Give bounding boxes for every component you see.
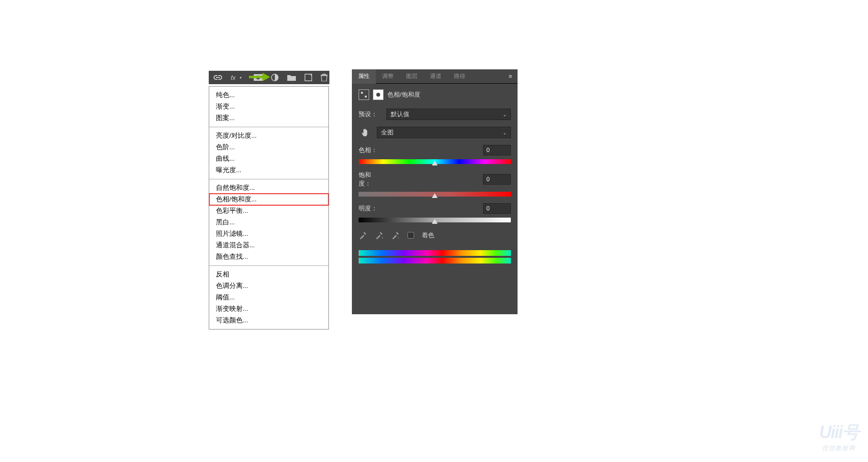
svg-rect-3 [305,74,312,81]
svg-text:−: − [397,236,400,240]
preset-label: 预设： [359,110,382,119]
panel-tabs: 属性调整图层通道路径≡ [352,69,518,84]
menu-item[interactable]: 图案... [209,112,328,124]
input-spectrum [359,250,511,256]
preset-select[interactable]: 默认值 ⌄ [386,109,511,120]
trash-icon[interactable] [321,73,327,82]
menu-item[interactable]: 通道混合器... [209,240,328,251]
svg-point-1 [256,76,260,79]
slider-label: 明度： [359,204,382,213]
slider-track[interactable] [359,159,511,164]
svg-rect-8 [365,96,367,98]
eyedropper-plus-icon[interactable]: + [375,231,383,240]
menu-item[interactable]: 渐变... [209,101,328,112]
menu-item[interactable]: 黑白... [209,217,328,228]
tab[interactable]: 通道 [424,69,448,84]
menu-item[interactable]: 反相 [209,269,328,280]
slider-thumb[interactable] [432,219,438,224]
adjustment-layer-icon[interactable] [271,73,279,82]
eyedropper-minus-icon[interactable]: − [391,231,400,240]
menu-item[interactable]: 颜色查找... [209,251,328,263]
eyedropper-icon[interactable] [359,231,367,240]
slider-label: 饱和度： [359,171,382,188]
color-range-select[interactable]: 全图 ⌄ [377,127,511,138]
output-spectrum [359,258,511,264]
menu-item[interactable]: 色调分离... [209,280,328,292]
colorize-checkbox[interactable] [407,232,414,239]
slider-thumb[interactable] [432,193,438,198]
slider-track[interactable] [359,192,511,197]
layer-panel-toolbar: fx▾ [209,71,329,84]
folder-icon[interactable] [287,73,296,82]
menu-item[interactable]: 曲线... [209,153,328,165]
preset-value: 默认值 [391,110,409,119]
colorize-label: 着色 [422,231,434,240]
slider-label: 色相： [359,146,382,154]
fx-icon[interactable]: fx▾ [231,73,245,82]
menu-item[interactable]: 亮度/对比度... [209,130,328,142]
slider-thumb[interactable] [432,161,438,165]
svg-rect-7 [361,92,363,94]
menu-item[interactable]: 渐变映射... [209,303,328,315]
panel-title: 色相/饱和度 [387,90,420,99]
adjustment-layer-menu: 纯色...渐变...图案...亮度/对比度...色阶...曲线...曝光度...… [209,86,329,330]
properties-panel: 属性调整图层通道路径≡ 色相/饱和度 预设： 默认值 ⌄ 全图 ⌄ [352,69,518,314]
menu-item[interactable]: 可选颜色... [209,315,328,326]
range-value: 全图 [381,128,394,137]
slider-value-input[interactable]: 0 [483,145,511,155]
tab[interactable]: 调整 [376,69,400,84]
menu-item[interactable]: 自然饱和度... [209,182,328,194]
watermark-logo: Uiii号 [819,421,858,444]
scrubby-hand-icon[interactable] [359,128,372,137]
chevron-down-icon: ⌄ [503,112,507,117]
mask-thumbnail-icon [373,89,383,100]
mask-icon[interactable] [254,73,262,82]
slider-value-input[interactable]: 0 [483,174,511,185]
watermark: Uiii号 优优教程网 [819,421,858,452]
menu-item[interactable]: 色阶... [209,142,328,153]
link-icon[interactable] [214,73,222,82]
new-layer-icon[interactable] [304,73,312,82]
menu-item[interactable]: 纯色... [209,89,328,101]
tab[interactable]: 属性 [352,69,376,84]
tab[interactable]: 路径 [448,69,472,84]
menu-item[interactable]: 曝光度... [209,165,328,176]
menu-item[interactable]: 色相/饱和度... [209,194,328,205]
adjustment-panel-icon [359,89,369,100]
tab[interactable]: 图层 [400,69,424,84]
menu-item[interactable]: 色彩平衡... [209,205,328,217]
svg-text:+: + [381,236,383,240]
menu-item[interactable]: 阈值... [209,292,328,303]
svg-point-9 [376,93,380,97]
watermark-text: 优优教程网 [819,444,858,452]
slider-value-input[interactable]: 0 [483,203,511,214]
chevron-down-icon: ⌄ [503,130,507,135]
menu-item[interactable]: 照片滤镜... [209,228,328,240]
slider-track[interactable] [359,218,511,222]
panel-menu-icon[interactable]: ≡ [503,73,518,80]
